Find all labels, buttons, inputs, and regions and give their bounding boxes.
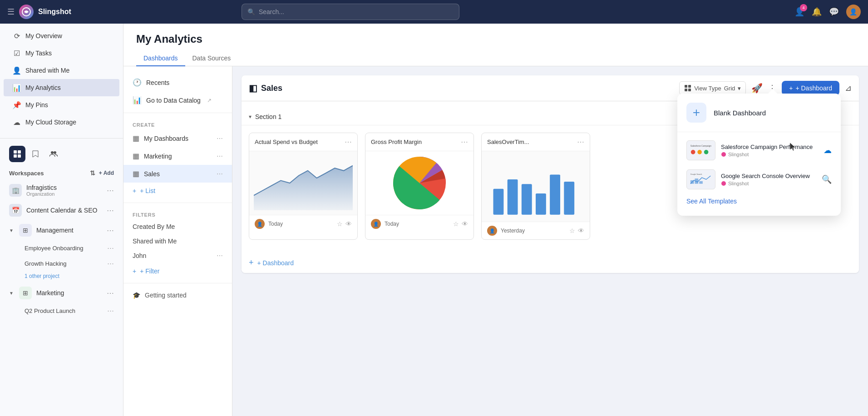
- tab-people-button[interactable]: [45, 146, 62, 162]
- tab-bookmarks-button[interactable]: [27, 146, 44, 162]
- sidebar-tab-row: [0, 142, 123, 166]
- left-sidebar: ⟳ My Overview ☑ My Tasks 👤 Shared with M…: [0, 24, 123, 416]
- app-name: Slingshot: [38, 8, 71, 16]
- salesforce-source: Slingshot: [721, 152, 818, 157]
- card-more-actual-spend-icon[interactable]: ⋯: [345, 138, 352, 146]
- card-sales-over-time[interactable]: SalesOverTim... ⋯: [481, 133, 590, 240]
- panel-sales[interactable]: ▦ Sales ⋯: [123, 165, 232, 183]
- management-more-link[interactable]: 1 other project: [0, 271, 123, 283]
- panel-my-dashboards[interactable]: ▦ My Dashboards ⋯: [123, 129, 232, 147]
- salesforce-thumb: Salesforce Campaign: [686, 140, 715, 160]
- filter-shared-with-me[interactable]: Shared with Me: [123, 234, 232, 248]
- sidebar-item-my-overview[interactable]: ⟳ My Overview: [4, 27, 119, 45]
- chat-button[interactable]: 💬: [829, 7, 839, 17]
- panel-getting-started[interactable]: 🎓 Getting started: [123, 287, 232, 303]
- view-type-button[interactable]: View Type Grid ▾: [679, 81, 746, 95]
- section-chevron-icon[interactable]: ▾: [249, 114, 252, 120]
- panel-add-filter-button[interactable]: + + Filter: [123, 263, 232, 279]
- sidebar-item-my-tasks[interactable]: ☑ My Tasks: [4, 45, 119, 62]
- eye-off-icon[interactable]: 👁: [345, 220, 352, 228]
- add-dashboard-card[interactable]: + + Dashboard: [242, 253, 859, 273]
- getting-started-icon: 🎓: [133, 292, 140, 299]
- logo[interactable]: [19, 5, 34, 19]
- panel-recents[interactable]: 🕐 Recents: [123, 74, 232, 91]
- eye-off-icon-2[interactable]: 👁: [462, 220, 468, 228]
- svg-rect-1: [14, 150, 17, 154]
- add-workspace-button[interactable]: + Add: [99, 170, 114, 176]
- avatar[interactable]: 👤: [846, 5, 861, 19]
- workspace-infragistics[interactable]: 🏢 Infragistics Organization ⋯: [0, 180, 123, 200]
- filter-john[interactable]: John ⋯: [123, 248, 232, 263]
- sub-item-q2-product-launch[interactable]: Q2 Product Launch ⋯: [0, 303, 123, 318]
- card-title-actual-spend: Actual Spend vs Budget: [255, 139, 318, 145]
- svg-point-5: [51, 151, 54, 154]
- workspace-content-calendar[interactable]: 📅 Content Calendar & SEO ⋯: [0, 200, 123, 220]
- star-icon-3[interactable]: ☆: [569, 227, 575, 234]
- card-more-gross-profit-icon[interactable]: ⋯: [461, 138, 468, 146]
- dashboard-title-icon: ◧: [249, 83, 257, 94]
- hamburger-icon[interactable]: ☰: [7, 7, 15, 17]
- card-actual-spend[interactable]: Actual Spend vs Budget ⋯: [249, 133, 358, 240]
- sub-item-growth-hacking[interactable]: Growth Hacking ⋯: [0, 256, 123, 271]
- template-salesforce[interactable]: Salesforce Campaign Salesforce Campaign …: [677, 136, 841, 165]
- panel-add-list-button[interactable]: + + List: [123, 183, 232, 199]
- recents-icon: 🕐: [133, 78, 142, 87]
- content-calendar-more-icon[interactable]: ⋯: [107, 206, 114, 215]
- sidebar-item-shared-with-me[interactable]: 👤 Shared with Me: [4, 62, 119, 79]
- marketing-more-icon[interactable]: ⋯: [107, 289, 114, 297]
- dropdown-blank-dashboard[interactable]: + Blank Dashboard: [677, 97, 841, 128]
- notifications-button[interactable]: 👤 4: [794, 7, 804, 17]
- filter-john-more-icon[interactable]: ⋯: [217, 252, 223, 259]
- card-more-sales-over-time-icon[interactable]: ⋯: [577, 138, 584, 146]
- workspace-marketing[interactable]: ▼ ⊞ Marketing ⋯: [0, 283, 123, 303]
- dropdown-popup: + Blank Dashboard Sal: [677, 94, 841, 216]
- panel-marketing[interactable]: ▦ Marketing ⋯: [123, 147, 232, 165]
- template-google-search[interactable]: Google Search Google Search Console Over…: [677, 165, 841, 194]
- add-dashboard-card-label: + Dashboard: [257, 259, 294, 267]
- svg-rect-12: [508, 179, 518, 215]
- card-chart-actual-spend: [249, 151, 357, 215]
- salesforce-cloud-icon: ☁: [824, 145, 832, 155]
- sidebar-item-my-pins[interactable]: 📌 My Pins: [4, 96, 119, 114]
- tab-data-sources[interactable]: Data Sources: [185, 51, 238, 66]
- sales-more-icon[interactable]: ⋯: [217, 170, 223, 178]
- search-input[interactable]: [259, 8, 454, 15]
- blank-dashboard-icon: +: [686, 103, 706, 123]
- eye-off-icon-3[interactable]: 👁: [578, 227, 584, 234]
- sort-icon[interactable]: ⇅: [90, 169, 95, 177]
- card-chart-sales-over-time: [482, 151, 590, 222]
- management-more-icon[interactable]: ⋯: [107, 226, 114, 235]
- workspace-management[interactable]: ▼ ⊞ Management ⋯: [0, 220, 123, 240]
- card-title-gross-profit: Gross Profit Margin: [371, 139, 422, 145]
- filter-icon[interactable]: ⊿: [845, 83, 852, 93]
- growth-hacking-label: Growth Hacking: [25, 260, 66, 267]
- star-icon-2[interactable]: ☆: [453, 220, 459, 228]
- dashboard-title-area: ◧ Sales: [249, 83, 282, 94]
- bell-button[interactable]: 🔔: [812, 7, 822, 17]
- filter-created-by-me[interactable]: Created By Me: [123, 219, 232, 234]
- panel-data-catalog[interactable]: 📊 Go to Data Catalog ↗: [123, 91, 232, 109]
- see-all-templates-link[interactable]: See All Templates: [677, 194, 841, 208]
- q2-product-launch-more-icon[interactable]: ⋯: [107, 307, 114, 315]
- ws-actions: ⇅ + Add: [90, 169, 114, 177]
- google-search-source: Slingshot: [721, 181, 816, 186]
- sidebar-item-my-analytics[interactable]: 📊 My Analytics: [4, 79, 119, 96]
- employee-onboarding-more-icon[interactable]: ⋯: [107, 244, 114, 252]
- card-footer-actual-spend: 👤 Today ☆ 👁: [249, 215, 357, 233]
- sub-item-employee-onboarding[interactable]: Employee Onboarding ⋯: [0, 240, 123, 256]
- infragistics-more-icon[interactable]: ⋯: [107, 186, 114, 195]
- sidebar-item-my-cloud-storage[interactable]: ☁ My Cloud Storage: [4, 114, 119, 131]
- recents-label: Recents: [146, 79, 169, 86]
- growth-hacking-more-icon[interactable]: ⋯: [107, 259, 114, 267]
- marketing-icon: ⊞: [19, 287, 32, 299]
- star-icon[interactable]: ☆: [337, 220, 343, 228]
- tab-dashboards[interactable]: Dashboards: [136, 51, 185, 66]
- rocket-icon[interactable]: 🚀: [751, 83, 763, 94]
- my-dashboards-more-icon[interactable]: ⋯: [217, 135, 223, 142]
- search-bar[interactable]: 🔍: [242, 4, 459, 20]
- card-gross-profit[interactable]: Gross Profit Margin ⋯: [365, 133, 474, 240]
- sidebar-item-label: My Tasks: [25, 50, 52, 57]
- marketing-more-icon[interactable]: ⋯: [217, 153, 223, 160]
- tab-layers-button[interactable]: [9, 146, 25, 162]
- content-calendar-name: Content Calendar & SEO: [26, 207, 97, 214]
